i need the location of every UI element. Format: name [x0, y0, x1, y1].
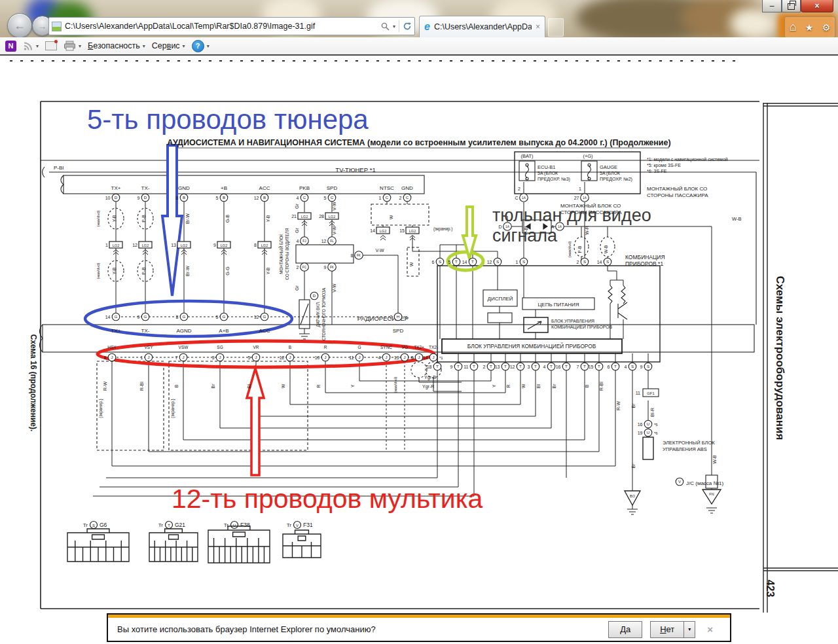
pin-letter: T: [614, 364, 617, 368]
toolbar-icon-strip: ⌂ ★ ⚙: [784, 16, 835, 37]
rss-dropdown-icon[interactable]: ▾: [36, 43, 39, 49]
diagram-label: МОНТАЖНЫЙ БЛОК: [278, 234, 283, 274]
pin-letter: U: [647, 430, 649, 435]
wire-label: Br: [211, 384, 215, 389]
wire-label: BI-R: [650, 408, 655, 417]
print-button[interactable]: ▾: [64, 41, 81, 51]
no-button[interactable]: Нет: [650, 621, 684, 638]
read-mail-button[interactable]: [45, 41, 57, 50]
settings-gear-icon[interactable]: ⚙: [822, 22, 831, 33]
pin-letter: G: [115, 314, 118, 319]
pin-letter: S: [496, 259, 499, 264]
pin-number: 8: [176, 196, 179, 200]
pin-letter: S: [631, 364, 634, 368]
pin-number: 5: [248, 355, 251, 360]
pin-number: 5: [216, 196, 219, 200]
pin-number: 2: [390, 315, 393, 319]
pin-number: A: [551, 224, 555, 229]
connector-title: Tr: [287, 522, 292, 528]
connector-code: T: [168, 524, 170, 528]
pin-note: *1: [404, 315, 408, 319]
home-icon[interactable]: ⌂: [790, 20, 797, 34]
ground-label: BO: [630, 494, 636, 498]
pin-number: 12: [254, 196, 259, 200]
wire-label: Y-B: [266, 267, 270, 274]
title-bar: ← → C:\Users\Alexander\AppData\Local\Tem…: [0, 0, 838, 37]
search-dropdown-icon[interactable]: ▾: [393, 24, 395, 29]
wire-label: Y: [350, 384, 355, 387]
search-icon[interactable]: [381, 22, 390, 31]
mail-icon: [45, 41, 57, 50]
connector-pinout-drawing: [67, 529, 129, 562]
print-dropdown-icon[interactable]: ▾: [79, 43, 81, 49]
diagram-label: ПРЕДОХР. №2): [600, 177, 632, 182]
tab-close-icon[interactable]: ×: [536, 22, 540, 31]
combo-pin-stubs: [437, 353, 648, 363]
ground-label: FN: [709, 492, 714, 496]
pin-number: 15: [589, 365, 594, 369]
minimize-button[interactable]: –: [762, 0, 782, 12]
pin-number: 2: [399, 196, 402, 200]
pin-letter: T: [565, 364, 568, 368]
pin-number: 10: [315, 355, 320, 360]
back-button[interactable]: ←: [7, 13, 32, 37]
security-menu[interactable]: Безопасность ▾: [88, 41, 145, 50]
diagram-label: (нав/dvd): [96, 262, 100, 279]
pin-number: 12: [510, 365, 515, 369]
service-menu[interactable]: Сервис ▾: [152, 41, 185, 50]
wire-label: SPD: [327, 185, 338, 191]
pin-letter: D: [313, 293, 316, 298]
connector-number: 28: [319, 214, 324, 219]
address-bar[interactable]: C:\Users\Alexander\AppData\Local\Temp\Ra…: [48, 17, 415, 35]
pin-number: 9: [137, 315, 140, 319]
address-text[interactable]: C:\Users\Alexander\AppData\Local\Temp\Ra…: [65, 22, 378, 31]
pin-letter: FK: [357, 254, 361, 257]
yes-button[interactable]: Да: [608, 621, 642, 638]
help-button[interactable]: ? ▾: [192, 40, 210, 52]
wire-label: W: [409, 262, 414, 266]
no-dropdown-button[interactable]: ▾: [683, 621, 695, 638]
wire-label: Y: [492, 384, 496, 387]
favorites-star-icon[interactable]: ★: [805, 22, 814, 33]
wire-label: R: [324, 345, 327, 349]
green-annotation-text: сигнала: [492, 226, 558, 245]
pin-number: 14: [462, 260, 467, 264]
wire-label: GND: [178, 185, 190, 191]
wire-label: TX2-: [429, 345, 438, 349]
pin-number: 18: [427, 365, 432, 369]
notification-close-icon[interactable]: ×: [707, 624, 713, 635]
pin-number: 8: [104, 355, 107, 360]
pin-number: 9: [450, 365, 453, 369]
pin-letter: J: [432, 355, 434, 359]
combo-label: ПРИБОРОВ *1: [625, 260, 663, 267]
pin-number: 5: [448, 260, 451, 264]
wire-label: Y-B: [112, 267, 117, 274]
pin-number: 1: [516, 260, 519, 264]
diagram-title: АУДИОСИСТЕМА И НАВИГАЦИОННАЯ СИСТЕМА (мо…: [167, 138, 670, 147]
diagram-note: *1: модели с навигационной системой: [647, 157, 728, 162]
diagram-label: БЛОК УПРАВЛЕНИЯ КОМБИНАЦИЕЙ ПРИБОРОВ: [467, 342, 596, 349]
wire-label: V-W: [332, 226, 337, 235]
combo-label: КОМБИНАЦИЯ: [625, 254, 665, 260]
pin-number: 12: [487, 260, 492, 264]
rss-feed-button[interactable]: ▾: [23, 41, 39, 51]
wire-label: TX-: [141, 328, 150, 334]
new-tab-button[interactable]: [548, 18, 564, 37]
wire-label: W-R: [585, 226, 589, 235]
wire-label: Y-B: [266, 215, 270, 222]
refresh-icon[interactable]: [403, 22, 412, 31]
pin-letter: T: [504, 364, 507, 368]
pin-number: D: [498, 224, 501, 229]
pin-letter: FL: [330, 240, 334, 243]
onenote-button[interactable]: N: [5, 41, 16, 52]
help-dropdown-icon[interactable]: ▾: [207, 43, 210, 49]
wire-label: B: [174, 384, 179, 387]
restore-button[interactable]: [782, 0, 801, 12]
help-icon: ?: [192, 40, 204, 52]
connector-number: 12: [132, 243, 137, 247]
pin-letter: J: [182, 355, 184, 359]
close-button[interactable]: ×: [801, 0, 833, 12]
pin-letter: 1A: [505, 225, 510, 228]
pin-note: *1: [439, 356, 443, 360]
browser-tab[interactable]: e C:\Users\Alexander\AppDat... ×: [419, 16, 545, 37]
